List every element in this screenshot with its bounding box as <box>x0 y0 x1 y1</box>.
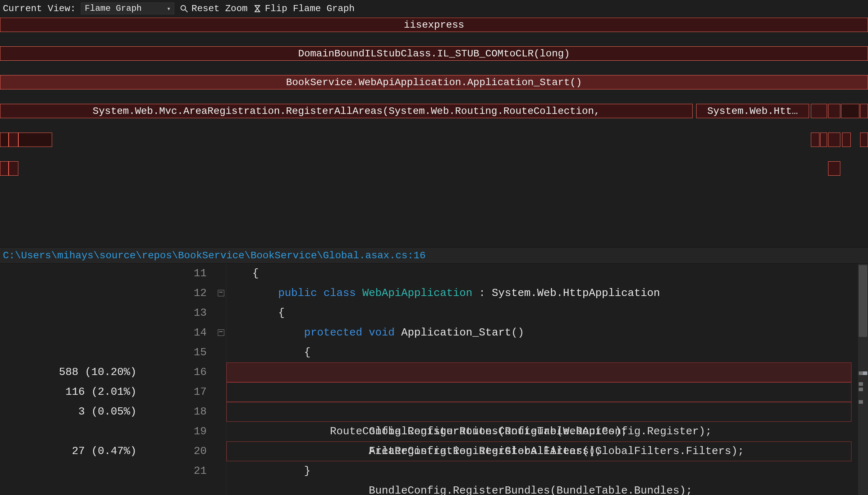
fold-cell <box>216 422 226 441</box>
flame-frame[interactable] <box>842 133 851 147</box>
flame-frame[interactable] <box>820 133 827 147</box>
flame-frame[interactable] <box>0 133 9 147</box>
metric: 116 (2.01%) <box>0 382 137 402</box>
flame-frame[interactable] <box>828 133 840 147</box>
code-line[interactable]: { <box>226 264 868 283</box>
fold-cell <box>216 441 226 461</box>
flame-frame[interactable]: System.Web.Htt… <box>696 104 809 118</box>
flame-frame[interactable] <box>860 104 868 118</box>
fold-cell[interactable]: − <box>216 323 226 343</box>
flame-frame[interactable] <box>811 104 827 118</box>
source-path-bar: C:\Users\mihays\source\repos\BookService… <box>0 247 868 264</box>
flame-row: iisexpress <box>0 18 868 32</box>
fold-minus-icon[interactable]: − <box>218 290 224 296</box>
code-line[interactable]: AreaRegistration.RegisterAllAreas(); <box>226 362 868 382</box>
pun: () <box>511 327 524 339</box>
source-path-text: C:\Users\mihays\source\repos\BookService… <box>3 250 426 261</box>
line-number: 12 <box>144 283 207 303</box>
metrics-column: 588 (10.20%) 116 (2.01%) 3 (0.05%) 27 (0… <box>0 264 144 495</box>
flip-icon <box>253 4 262 13</box>
fold-cell <box>216 402 226 422</box>
metric <box>0 303 137 323</box>
metric: 588 (10.20%) <box>0 362 137 382</box>
line-number: 19 <box>144 422 207 441</box>
flame-frame[interactable] <box>860 133 868 147</box>
fold-cell <box>216 362 226 382</box>
line-number: 21 <box>144 461 207 481</box>
line-number: 18 <box>144 402 207 422</box>
toolbar: Current View: Flame Graph ▾ Reset Zoom F… <box>0 0 868 17</box>
flame-frame[interactable]: iisexpress <box>0 18 868 32</box>
flame-frame[interactable]: BookService.WebApiApplication.Applicatio… <box>0 75 868 89</box>
line-number: 20 <box>144 441 207 461</box>
metric <box>0 323 137 343</box>
flame-frame[interactable] <box>828 161 840 176</box>
flame-row: BookService.WebApiApplication.Applicatio… <box>0 75 868 89</box>
flame-frame[interactable] <box>18 133 52 147</box>
flame-frame[interactable]: DomainBoundILStubClass.IL_STUB_COMtoCLR(… <box>0 46 868 61</box>
flip-flame-label: Flip Flame Graph <box>265 3 355 14</box>
heat-border <box>226 362 851 382</box>
current-view-label: Current View: <box>3 3 76 14</box>
fold-gutter: − − <box>216 264 226 495</box>
code-line[interactable]: { <box>226 303 868 323</box>
flame-frame[interactable] <box>828 104 840 118</box>
flame-frame[interactable]: System.Web.Mvc.AreaRegistration.Register… <box>0 104 693 118</box>
code-line[interactable]: { <box>226 343 868 362</box>
scroll-marker <box>859 400 863 404</box>
svg-point-0 <box>181 5 185 10</box>
type-ref: System.Web.HttpApplication <box>492 287 660 299</box>
magnifier-icon <box>179 4 189 13</box>
code-editor[interactable]: { public class WebApiApplication : Syste… <box>226 264 868 495</box>
view-select-wrap[interactable]: Flame Graph ▾ <box>81 3 174 14</box>
flame-frame[interactable] <box>9 133 18 147</box>
fold-cell <box>216 382 226 402</box>
kw: class <box>323 287 356 299</box>
scroll-thumb[interactable] <box>859 265 867 337</box>
flip-flame-button[interactable]: Flip Flame Graph <box>253 3 355 14</box>
metric <box>0 461 137 481</box>
flame-frame[interactable] <box>841 104 859 118</box>
kw: protected <box>304 327 362 339</box>
pun: : <box>472 287 492 299</box>
flame-row: System.Web.Mvc.AreaRegistration.Register… <box>0 104 868 118</box>
code-line[interactable]: } <box>226 461 868 481</box>
code-pane: 588 (10.20%) 116 (2.01%) 3 (0.05%) 27 (0… <box>0 264 868 495</box>
scroll-marker <box>859 388 863 391</box>
code-line[interactable]: GlobalConfiguration.Configure(WebApiConf… <box>226 382 868 402</box>
line-number: 17 <box>144 382 207 402</box>
flame-row <box>0 133 868 147</box>
fold-cell <box>216 343 226 362</box>
flame-graph[interactable]: iisexpressDomainBoundILStubClass.IL_STUB… <box>0 17 868 247</box>
metric <box>0 283 137 303</box>
line-number-gutter: 11 12 13 14 15 16 17 18 19 20 21 <box>144 264 216 495</box>
scroll-marker <box>859 371 863 375</box>
kw: public <box>278 287 317 299</box>
metric <box>0 343 137 362</box>
code-line[interactable]: public class WebApiApplication : System.… <box>226 283 868 303</box>
heat-border <box>226 402 851 422</box>
scroll-marker <box>859 382 863 386</box>
metric: 27 (0.47%) <box>0 441 137 461</box>
flame-frame[interactable] <box>9 161 18 176</box>
flame-frame[interactable] <box>0 161 9 176</box>
code-line[interactable]: FilterConfig.RegisterGlobalFilters(Globa… <box>226 402 868 422</box>
code-line[interactable]: RouteConfig.RegisterRoutes(RouteTable.Ro… <box>226 422 868 441</box>
line-number: 14 <box>144 323 207 343</box>
reset-zoom-label: Reset Zoom <box>192 3 248 14</box>
method-name: Application_Start <box>401 327 511 339</box>
fold-minus-icon[interactable]: − <box>218 329 224 336</box>
current-line-border <box>226 362 851 382</box>
vertical-scrollbar[interactable] <box>858 264 868 495</box>
flame-row: DomainBoundILStubClass.IL_STUB_COMtoCLR(… <box>0 46 868 61</box>
flame-frame[interactable] <box>811 133 819 147</box>
heat-overlay <box>226 362 851 382</box>
view-select[interactable]: Flame Graph <box>81 3 174 14</box>
code-line[interactable]: BundleConfig.RegisterBundles(BundleTable… <box>226 441 868 461</box>
flame-row <box>0 161 868 176</box>
line-number: 15 <box>144 343 207 362</box>
metric <box>0 264 137 283</box>
fold-cell[interactable]: − <box>216 283 226 303</box>
code-line[interactable]: protected void Application_Start() <box>226 323 868 343</box>
reset-zoom-button[interactable]: Reset Zoom <box>179 3 248 14</box>
